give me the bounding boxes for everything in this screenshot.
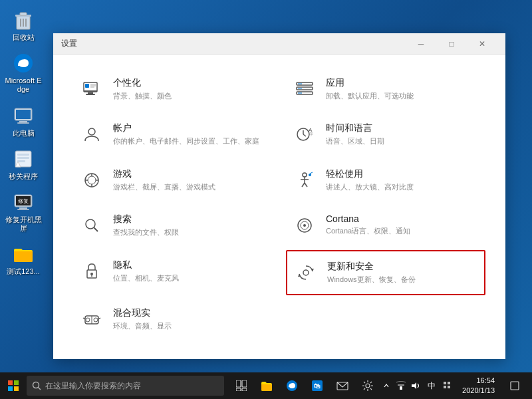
edge-icon	[13, 53, 34, 74]
window-titlebar: 设置 ─ □ ✕	[53, 33, 505, 55]
clock-date: 2020/1/13	[462, 386, 495, 396]
gaming-title: 游戏	[113, 168, 215, 180]
svg-point-73	[33, 382, 39, 388]
desktop-icon-folder[interactable]: 测试123...	[2, 241, 45, 279]
taskbar-search-box[interactable]	[27, 376, 224, 396]
folder-label: 测试123...	[7, 267, 40, 276]
mixed-reality-desc: 环境、音频、显示	[113, 321, 172, 331]
settings-item-time-language[interactable]: A 字 时间和语言 语音、区域、日期	[286, 113, 485, 156]
personalization-title: 个性化	[113, 77, 172, 89]
svg-rect-24	[86, 94, 95, 95]
tray-chevron[interactable]	[380, 372, 393, 399]
svg-rect-72	[14, 386, 19, 391]
settings-item-gaming[interactable]: 游戏 游戏栏、截屏、直播、游戏模式	[73, 159, 273, 201]
svg-rect-33	[298, 88, 302, 89]
svg-rect-78	[242, 388, 247, 391]
update-security-desc: Windows更新、恢复、备份	[327, 275, 416, 285]
tray-volume[interactable]	[409, 372, 422, 399]
mixed-reality-icon	[80, 307, 104, 331]
time-language-text: 时间和语言 语音、区域、日期	[326, 122, 384, 146]
taskbar-settings[interactable]	[356, 372, 380, 399]
svg-line-38	[303, 134, 306, 136]
window-controls: ─ □ ✕	[406, 33, 497, 55]
privacy-icon	[80, 259, 104, 283]
svg-rect-69	[8, 380, 13, 385]
taskbar-edge[interactable]	[280, 372, 304, 399]
svg-line-74	[39, 388, 41, 390]
svg-line-53	[310, 172, 313, 174]
settings-item-search[interactable]: 搜索 查找我的文件、权限	[73, 204, 273, 247]
svg-line-50	[302, 183, 305, 187]
settings-item-privacy[interactable]: 隐私 位置、相机、麦克风	[73, 250, 273, 295]
ease-of-access-title: 轻松使用	[326, 168, 414, 180]
taskbar-search-icon	[32, 381, 41, 390]
clock-time: 16:54	[476, 376, 495, 386]
apps-title: 应用	[326, 77, 414, 89]
personalization-text: 个性化 背景、触摸、颜色	[113, 77, 172, 101]
desktop-icon-area: 回收站 Microsoft Edge 此电脑	[0, 0, 47, 372]
this-pc-icon	[13, 105, 34, 126]
taskview-button[interactable]	[229, 372, 253, 399]
settings-item-accounts[interactable]: 帐户 你的帐户、电子邮件、同步设置、工作、家庭	[73, 113, 273, 156]
personalization-desc: 背景、触摸、颜色	[113, 91, 172, 101]
minimize-button[interactable]: ─	[406, 33, 436, 55]
svg-line-55	[94, 227, 98, 231]
svg-text:修复: 修复	[18, 198, 29, 204]
svg-rect-13	[17, 157, 29, 159]
settings-item-update-security[interactable]: 更新和安全 Windows更新、恢复、备份	[286, 250, 485, 295]
gaming-icon	[80, 168, 104, 192]
taskbar-search-input[interactable]	[45, 381, 178, 390]
settings-item-ease-of-access[interactable]: 轻松使用 讲述人、放大镜、高对比度	[286, 159, 485, 201]
settings-item-mixed-reality[interactable]: 混合现实 环境、音频、显示	[73, 298, 273, 340]
accounts-title: 帐户	[113, 122, 259, 134]
start-button[interactable]	[0, 372, 27, 399]
personalization-icon	[80, 77, 104, 101]
settings-item-apps[interactable]: 应用 卸载、默认应用、可选功能	[286, 68, 485, 110]
settings-item-cortana[interactable]: Cortana Cortana语言、权限、通知	[286, 204, 485, 247]
svg-rect-8	[16, 110, 31, 119]
svg-rect-87	[444, 382, 446, 384]
tray-network[interactable]	[394, 372, 408, 399]
accounts-icon	[80, 122, 104, 146]
taskbar-file-explorer[interactable]	[255, 372, 279, 399]
settings-content: 个性化 背景、触摸、颜色	[53, 55, 505, 359]
tray-grid[interactable]	[441, 372, 454, 399]
svg-line-51	[305, 183, 307, 187]
svg-rect-77	[236, 388, 241, 391]
ease-of-access-desc: 讲述人、放大镜、高对比度	[326, 182, 414, 192]
taskbar: 🛍	[0, 372, 532, 399]
system-tray	[380, 372, 422, 399]
svg-rect-10	[17, 122, 29, 124]
update-security-text: 更新和安全 Windows更新、恢复、备份	[327, 261, 416, 285]
desktop-icon-repair[interactable]: 修复 修复开机黑屏	[2, 189, 45, 235]
cortana-desc: Cortana语言、权限、通知	[326, 226, 410, 236]
svg-rect-76	[242, 380, 247, 387]
desktop-icon-this-pc[interactable]: 此电脑	[2, 102, 45, 140]
cortana-icon	[293, 213, 317, 237]
time-language-icon: A 字	[293, 122, 317, 146]
search-text: 搜索 查找我的文件、权限	[113, 213, 179, 237]
taskbar-mail[interactable]	[331, 372, 354, 399]
ime-indicator[interactable]: 中	[425, 380, 438, 392]
settings-item-personalization[interactable]: 个性化 背景、触摸、颜色	[73, 68, 273, 110]
taskbar-clock[interactable]: 16:54 2020/1/13	[457, 376, 500, 396]
svg-point-62	[303, 270, 309, 275]
svg-point-66	[94, 318, 98, 322]
apps-icon	[293, 77, 317, 101]
svg-point-65	[86, 318, 90, 322]
privacy-title: 隐私	[113, 259, 179, 271]
folder-icon	[13, 243, 34, 265]
notification-center-button[interactable]	[503, 372, 527, 399]
svg-point-60	[90, 273, 93, 275]
close-button[interactable]: ✕	[467, 33, 497, 55]
desktop-icon-shortcut[interactable]: 秒关程序	[2, 146, 45, 184]
svg-point-58	[303, 224, 306, 227]
search-settings-icon	[80, 213, 104, 237]
taskbar-store[interactable]: 🛍	[305, 372, 329, 399]
svg-rect-32	[298, 84, 302, 84]
svg-rect-75	[236, 380, 241, 387]
edge-label: Microsoft Edge	[5, 76, 42, 94]
desktop-icon-edge[interactable]: Microsoft Edge	[2, 50, 45, 96]
desktop-icon-recycle-bin[interactable]: 回收站	[2, 7, 45, 45]
maximize-button[interactable]: □	[436, 33, 467, 55]
